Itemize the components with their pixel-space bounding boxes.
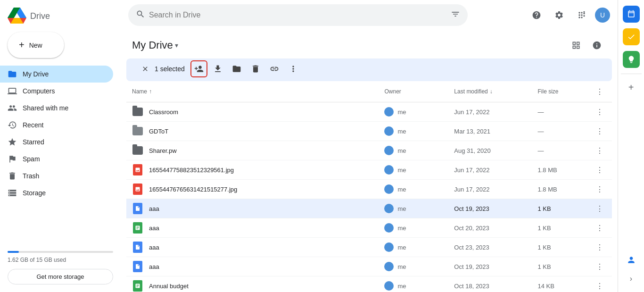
row-actions-cell: ⋮ <box>587 257 612 276</box>
get-storage-button[interactable]: Get more storage <box>8 269 113 284</box>
header-right: U <box>527 6 610 25</box>
search-input[interactable] <box>149 11 447 19</box>
download-button[interactable] <box>209 60 226 77</box>
file-name-cell: Annual budget <box>126 276 379 292</box>
drive-title-text: My Drive <box>132 39 173 51</box>
table-row[interactable]: aaa me Oct 19, 2023 1 KB ⋮ <box>126 257 612 276</box>
filter-icon[interactable] <box>451 9 460 21</box>
row-more-button[interactable]: ⋮ <box>593 163 606 176</box>
drive-title[interactable]: My Drive ▾ <box>132 39 178 51</box>
grid-view-button[interactable] <box>567 36 586 55</box>
owner-cell-td: me <box>379 218 448 238</box>
file-name-cell: aaa <box>126 218 379 238</box>
more-actions-button[interactable] <box>285 60 302 77</box>
row-more-button[interactable]: ⋮ <box>593 279 606 292</box>
delete-button[interactable] <box>247 60 264 77</box>
spam-icon <box>8 154 17 164</box>
sidebar-item-label-computers: Computers <box>23 87 55 95</box>
size-cell: 1.8 MB <box>532 180 587 199</box>
table-row[interactable]: aaa me Oct 23, 2023 1 KB ⋮ <box>126 238 612 257</box>
table-row[interactable]: 165544767656314​21515277.jpg me Jun 17, … <box>126 180 612 199</box>
table-row[interactable]: Annual budget me Oct 18, 2023 14 KB ⋮ <box>126 276 612 292</box>
new-button-label: New <box>29 42 42 49</box>
file-name-cell: Classroom <box>126 102 379 122</box>
file-name-cell: 165544767656314​21515277.jpg <box>126 180 379 199</box>
th-name[interactable]: Name ↑ <box>126 81 379 102</box>
th-modified[interactable]: Last modified ↓ <box>448 81 532 102</box>
table-row[interactable]: Classroom me Jun 17, 2022 — ⋮ <box>126 102 612 122</box>
owner-cell-td: me <box>379 199 448 218</box>
table-row[interactable]: 165544775882351​2329561.jpg me Jun 17, 2… <box>126 160 612 180</box>
sidebar-item-computers[interactable]: Computers <box>0 83 113 100</box>
shared-icon <box>8 103 17 113</box>
row-more-button[interactable]: ⋮ <box>593 125 606 138</box>
expand-panel-button[interactable]: › <box>622 269 641 288</box>
file-name-cell: aaa <box>126 238 379 257</box>
modified-cell: Aug 31, 2020 <box>448 141 532 160</box>
row-more-button[interactable]: ⋮ <box>593 144 606 157</box>
contacts-button[interactable] <box>622 250 641 269</box>
file-table: Name ↑ Owner Last modified ↓ <box>121 81 618 292</box>
sidebar-item-spam[interactable]: Spam <box>0 150 113 167</box>
column-options-button[interactable]: ⋮ <box>593 85 606 98</box>
modified-cell: Oct 18, 2023 <box>448 276 532 292</box>
trash-icon <box>8 171 17 181</box>
size-cell: 14 KB <box>532 276 587 292</box>
drive-content: My Drive ▾ 1 selected <box>121 30 618 292</box>
apps-button[interactable] <box>572 6 591 25</box>
toolbar: 1 selected <box>126 58 612 81</box>
file-name: aaa <box>149 244 159 251</box>
row-more-button[interactable]: ⋮ <box>593 221 606 234</box>
row-more-button[interactable]: ⋮ <box>593 105 606 118</box>
new-button[interactable]: + New <box>8 32 64 58</box>
file-type-icon <box>132 125 143 137</box>
file-name: 165544775882351​2329561.jpg <box>149 167 234 174</box>
row-more-button[interactable]: ⋮ <box>593 260 606 273</box>
table-row[interactable]: GDToT me Mar 13, 2021 — ⋮ <box>126 122 612 141</box>
sidebar: Drive + New My Drive Computers Shared wi… <box>0 0 121 292</box>
owner-cell-td: me <box>379 122 448 141</box>
settings-button[interactable] <box>550 6 569 25</box>
sidebar-item-starred[interactable]: Starred <box>0 133 113 150</box>
search-icon <box>136 9 145 21</box>
help-button[interactable] <box>527 6 546 25</box>
table-row[interactable]: Sharer.pw me Aug 31, 2020 — ⋮ <box>126 141 612 160</box>
app-logo[interactable]: Drive <box>0 4 121 28</box>
sidebar-item-trash[interactable]: Trash <box>0 167 113 184</box>
avatar[interactable]: U <box>595 8 610 23</box>
close-selection-button[interactable] <box>138 61 153 76</box>
owner-cell: me <box>384 126 443 136</box>
move-to-folder-button[interactable] <box>228 60 245 77</box>
size-cell: 1 KB <box>532 199 587 218</box>
get-link-button[interactable] <box>266 60 283 77</box>
calendar-app-button[interactable] <box>623 6 640 23</box>
row-actions-cell: ⋮ <box>587 276 612 292</box>
info-button[interactable] <box>587 36 606 55</box>
sidebar-item-storage[interactable]: Storage <box>0 184 113 201</box>
row-more-button[interactable]: ⋮ <box>593 202 606 215</box>
tasks-app-button[interactable] <box>623 28 640 45</box>
plus-icon: + <box>19 40 25 50</box>
sidebar-item-recent[interactable]: Recent <box>0 117 113 133</box>
contacts-section: › <box>622 250 641 288</box>
size-cell: — <box>532 122 587 141</box>
file-name-cell: aaa <box>126 257 379 276</box>
file-type-icon <box>132 280 143 292</box>
th-size: File size <box>532 81 587 102</box>
table-row[interactable]: aaa me Oct 20, 2023 1 KB ⋮ <box>126 218 612 238</box>
file-type-icon <box>132 203 143 214</box>
row-more-button[interactable]: ⋮ <box>593 241 606 254</box>
file-type-icon <box>132 106 143 117</box>
sidebar-item-my-drive[interactable]: My Drive <box>0 66 113 83</box>
search-bar[interactable] <box>128 4 468 26</box>
row-more-button[interactable]: ⋮ <box>593 183 606 196</box>
storage-text: 1.62 GB of 15 GB used <box>8 257 113 263</box>
owner-cell-td: me <box>379 257 448 276</box>
row-actions-cell: ⋮ <box>587 180 612 199</box>
share-people-button[interactable] <box>190 60 207 77</box>
add-app-button[interactable]: + <box>622 78 641 97</box>
table-row[interactable]: aaa me Oct 19, 2023 1 KB ⋮ <box>126 199 612 218</box>
notes-app-button[interactable] <box>623 51 640 68</box>
sidebar-item-shared-with-me[interactable]: Shared with me <box>0 100 113 117</box>
sidebar-item-label-storage: Storage <box>23 189 46 197</box>
